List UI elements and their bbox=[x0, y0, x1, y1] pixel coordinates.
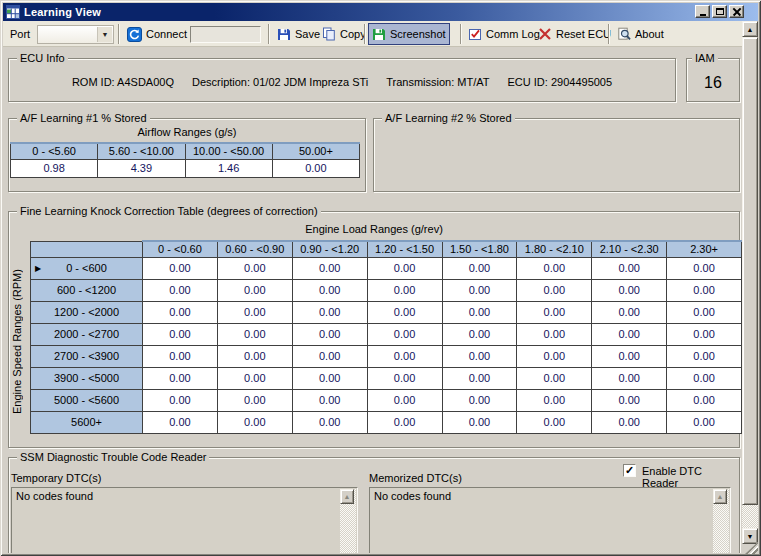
knock-value-cell[interactable]: 0.00 bbox=[592, 389, 667, 411]
knock-value-cell[interactable]: 0.00 bbox=[592, 301, 667, 323]
save-button[interactable]: Save bbox=[273, 23, 324, 45]
maximize-button[interactable] bbox=[712, 5, 727, 18]
knock-value-cell[interactable]: 0.00 bbox=[517, 411, 592, 433]
knock-value-cell[interactable]: 0.00 bbox=[442, 345, 517, 367]
knock-row-header[interactable]: 1200 - <2000 bbox=[31, 301, 143, 323]
connect-status-field[interactable] bbox=[190, 26, 261, 43]
memorized-dtc-scrollbar[interactable]: ▲ bbox=[713, 489, 729, 556]
close-button[interactable] bbox=[729, 5, 744, 18]
knock-value-cell[interactable]: 0.00 bbox=[292, 301, 367, 323]
knock-value-cell[interactable]: 0.00 bbox=[592, 323, 667, 345]
knock-value-cell[interactable]: 0.00 bbox=[517, 389, 592, 411]
knock-value-cell[interactable]: 0.00 bbox=[667, 389, 742, 411]
dtc-reader-group: SSM Diagnostic Trouble Code Reader ✓ Ena… bbox=[8, 457, 740, 556]
knock-value-cell[interactable]: 0.00 bbox=[667, 279, 742, 301]
scroll-up-icon[interactable]: ▲ bbox=[713, 489, 727, 504]
comm-log-button[interactable]: Comm Log bbox=[464, 23, 544, 45]
knock-value-cell[interactable]: 0.00 bbox=[143, 323, 218, 345]
knock-value-cell[interactable]: 0.00 bbox=[442, 257, 517, 279]
knock-value-cell[interactable]: 0.00 bbox=[367, 367, 442, 389]
knock-row-header[interactable]: 5600+ bbox=[31, 411, 143, 433]
temporary-dtc-textarea[interactable]: No codes found ▲ bbox=[11, 487, 358, 556]
knock-value-cell[interactable]: 0.00 bbox=[367, 257, 442, 279]
knock-value-cell[interactable]: 0.00 bbox=[592, 257, 667, 279]
knock-value-cell[interactable]: 0.00 bbox=[592, 279, 667, 301]
knock-value-cell[interactable]: 0.00 bbox=[517, 279, 592, 301]
knock-value-cell[interactable]: 0.00 bbox=[667, 301, 742, 323]
knock-value-cell[interactable]: 0.00 bbox=[217, 301, 292, 323]
knock-value-cell[interactable]: 0.00 bbox=[217, 411, 292, 433]
knock-value-cell[interactable]: 0.00 bbox=[367, 345, 442, 367]
knock-value-cell[interactable]: 0.00 bbox=[292, 257, 367, 279]
scroll-down-button[interactable]: ▼ bbox=[742, 528, 758, 544]
knock-value-cell[interactable]: 0.00 bbox=[217, 257, 292, 279]
knock-value-cell[interactable]: 0.00 bbox=[143, 367, 218, 389]
screenshot-button[interactable]: Screenshot bbox=[368, 23, 450, 45]
port-select[interactable]: ▼ bbox=[37, 25, 114, 44]
knock-value-cell[interactable]: 0.00 bbox=[592, 345, 667, 367]
knock-value-cell[interactable]: 0.00 bbox=[292, 411, 367, 433]
af1-column-header: 5.60 - <10.00 bbox=[98, 143, 185, 159]
reset-ecu-button[interactable]: Reset ECU bbox=[534, 23, 615, 45]
knock-value-cell[interactable]: 0.00 bbox=[217, 345, 292, 367]
knock-value-cell[interactable]: 0.00 bbox=[592, 367, 667, 389]
knock-value-cell[interactable]: 0.00 bbox=[143, 345, 218, 367]
scrollbar-thumb[interactable] bbox=[742, 37, 758, 505]
knock-value-cell[interactable]: 0.00 bbox=[517, 345, 592, 367]
knock-value-cell[interactable]: 0.00 bbox=[517, 257, 592, 279]
knock-value-cell[interactable]: 0.00 bbox=[143, 279, 218, 301]
knock-value-cell[interactable]: 0.00 bbox=[292, 323, 367, 345]
knock-value-cell[interactable]: 0.00 bbox=[292, 345, 367, 367]
knock-value-cell[interactable]: 0.00 bbox=[442, 389, 517, 411]
knock-value-cell[interactable]: 0.00 bbox=[217, 279, 292, 301]
knock-value-cell[interactable]: 0.00 bbox=[367, 389, 442, 411]
knock-row-header[interactable]: 5000 - <5600 bbox=[31, 389, 143, 411]
knock-value-cell[interactable]: 0.00 bbox=[667, 367, 742, 389]
knock-row-header[interactable]: 600 - <1200 bbox=[31, 279, 143, 301]
knock-value-cell[interactable]: 0.00 bbox=[217, 389, 292, 411]
knock-value-cell[interactable]: 0.00 bbox=[592, 411, 667, 433]
knock-value-cell[interactable]: 0.00 bbox=[292, 367, 367, 389]
enable-dtc-reader-checkbox[interactable]: ✓ bbox=[623, 464, 636, 477]
knock-value-cell[interactable]: 0.00 bbox=[367, 411, 442, 433]
memorized-dtc-textarea[interactable]: No codes found ▲ bbox=[369, 487, 731, 556]
knock-value-cell[interactable]: 0.00 bbox=[367, 323, 442, 345]
temporary-dtc-scrollbar[interactable]: ▲ bbox=[340, 489, 356, 556]
knock-value-cell[interactable]: 0.00 bbox=[143, 301, 218, 323]
knock-value-cell[interactable]: 0.00 bbox=[217, 367, 292, 389]
knock-value-cell[interactable]: 0.00 bbox=[442, 301, 517, 323]
copy-button[interactable]: Copy bbox=[318, 23, 370, 45]
minimize-button[interactable] bbox=[695, 5, 710, 18]
knock-value-cell[interactable]: 0.00 bbox=[442, 411, 517, 433]
knock-value-cell[interactable]: 0.00 bbox=[667, 323, 742, 345]
vertical-scrollbar[interactable]: ▲ ▼ bbox=[742, 21, 758, 553]
knock-row-header[interactable]: ▶0 - <600 bbox=[31, 257, 143, 279]
knock-value-cell[interactable]: 0.00 bbox=[217, 323, 292, 345]
knock-value-cell[interactable]: 0.00 bbox=[367, 279, 442, 301]
transmission-text: Transmission: MT/AT bbox=[386, 76, 489, 88]
knock-value-cell[interactable]: 0.00 bbox=[517, 367, 592, 389]
knock-value-cell[interactable]: 0.00 bbox=[442, 279, 517, 301]
app-icon bbox=[6, 5, 20, 19]
knock-value-cell[interactable]: 0.00 bbox=[667, 411, 742, 433]
scroll-up-icon[interactable]: ▲ bbox=[340, 489, 354, 504]
scroll-up-button[interactable]: ▲ bbox=[742, 21, 758, 37]
knock-value-cell[interactable]: 0.00 bbox=[442, 367, 517, 389]
knock-value-cell[interactable]: 0.00 bbox=[517, 323, 592, 345]
knock-row-header[interactable]: 2000 - <2700 bbox=[31, 323, 143, 345]
knock-value-cell[interactable]: 0.00 bbox=[143, 257, 218, 279]
knock-value-cell[interactable]: 0.00 bbox=[667, 345, 742, 367]
knock-value-cell[interactable]: 0.00 bbox=[667, 257, 742, 279]
knock-value-cell[interactable]: 0.00 bbox=[367, 301, 442, 323]
knock-value-cell[interactable]: 0.00 bbox=[143, 411, 218, 433]
knock-value-cell[interactable]: 0.00 bbox=[442, 323, 517, 345]
knock-row-header[interactable]: 2700 - <3900 bbox=[31, 345, 143, 367]
chevron-down-icon[interactable]: ▼ bbox=[97, 27, 112, 42]
knock-value-cell[interactable]: 0.00 bbox=[292, 389, 367, 411]
knock-row-header[interactable]: 3900 - <5000 bbox=[31, 367, 143, 389]
knock-value-cell[interactable]: 0.00 bbox=[517, 301, 592, 323]
knock-value-cell[interactable]: 0.00 bbox=[143, 389, 218, 411]
knock-value-cell[interactable]: 0.00 bbox=[292, 279, 367, 301]
connect-button[interactable]: Connect bbox=[123, 23, 191, 45]
about-button[interactable]: About bbox=[613, 23, 668, 45]
